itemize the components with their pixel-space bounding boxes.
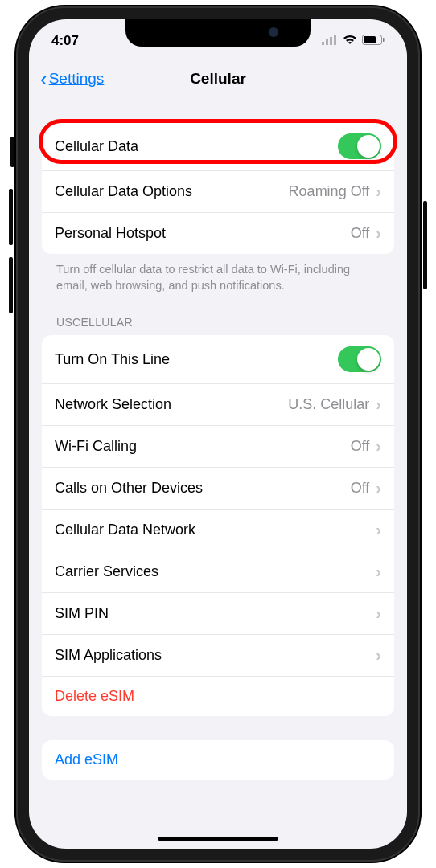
- carrier-services-row[interactable]: Carrier Services ›: [42, 551, 394, 593]
- chevron-right-icon: ›: [376, 437, 381, 456]
- personal-hotspot-label: Personal Hotspot: [55, 225, 351, 242]
- calls-other-devices-value: Off: [351, 480, 370, 497]
- highlighted-section: Cellular Data Cellular Data Options Roam…: [42, 122, 394, 254]
- chevron-right-icon: ›: [376, 395, 381, 414]
- power-button: [423, 201, 427, 289]
- cellular-data-label: Cellular Data: [55, 138, 338, 155]
- calls-other-devices-row[interactable]: Calls on Other Devices Off ›: [42, 468, 394, 510]
- cellular-data-toggle[interactable]: [338, 133, 381, 159]
- network-selection-row[interactable]: Network Selection U.S. Cellular ›: [42, 384, 394, 426]
- back-button[interactable]: ‹ Settings: [40, 68, 104, 89]
- cellular-data-network-label: Cellular Data Network: [55, 522, 376, 538]
- content: Cellular Data Cellular Data Options Roam…: [29, 103, 407, 780]
- phone-frame: 4:07 ‹ Settings Cellular: [16, 6, 420, 862]
- carrier-group: Turn On This Line Network Selection U.S.…: [42, 335, 394, 716]
- chevron-right-icon: ›: [376, 604, 381, 623]
- notch: [125, 19, 311, 47]
- wifi-calling-value: Off: [351, 438, 370, 455]
- carrier-services-label: Carrier Services: [55, 563, 376, 580]
- volume-down-button: [9, 257, 13, 313]
- battery-icon: [362, 33, 385, 49]
- network-selection-value: U.S. Cellular: [288, 396, 369, 413]
- delete-esim-row[interactable]: Delete eSIM: [42, 677, 394, 716]
- add-esim-group: Add eSIM: [42, 740, 394, 780]
- carrier-section-header: USCELLULAR: [42, 293, 394, 335]
- svg-rect-3: [334, 35, 336, 45]
- screen: 4:07 ‹ Settings Cellular: [29, 19, 407, 849]
- page-title: Cellular: [190, 70, 246, 88]
- add-esim-row[interactable]: Add eSIM: [42, 740, 394, 780]
- chevron-right-icon: ›: [376, 563, 381, 581]
- status-right: [322, 33, 385, 49]
- cellular-signal-icon: [322, 33, 338, 49]
- mute-switch: [10, 137, 14, 167]
- cellular-data-network-row[interactable]: Cellular Data Network ›: [42, 510, 394, 551]
- chevron-right-icon: ›: [376, 224, 381, 243]
- turn-on-line-label: Turn On This Line: [55, 351, 338, 368]
- cellular-data-row[interactable]: Cellular Data: [42, 122, 394, 171]
- turn-on-line-row[interactable]: Turn On This Line: [42, 335, 394, 384]
- personal-hotspot-row[interactable]: Personal Hotspot Off ›: [42, 213, 394, 254]
- calls-other-devices-label: Calls on Other Devices: [55, 480, 351, 497]
- svg-rect-2: [330, 37, 332, 45]
- turn-on-line-toggle[interactable]: [338, 346, 381, 372]
- cellular-footer-text: Turn off cellular data to restrict all d…: [42, 254, 394, 293]
- cellular-data-options-value: Roaming Off: [289, 183, 370, 200]
- cellular-group: Cellular Data Cellular Data Options Roam…: [42, 122, 394, 254]
- svg-rect-1: [326, 39, 328, 45]
- delete-esim-label: Delete eSIM: [55, 688, 381, 705]
- network-selection-label: Network Selection: [55, 396, 288, 413]
- wifi-icon: [343, 33, 357, 49]
- svg-rect-5: [364, 36, 376, 43]
- personal-hotspot-value: Off: [351, 225, 370, 242]
- nav-bar: ‹ Settings Cellular: [29, 55, 407, 103]
- cellular-data-options-row[interactable]: Cellular Data Options Roaming Off ›: [42, 171, 394, 213]
- add-esim-label: Add eSIM: [55, 751, 381, 768]
- chevron-left-icon: ‹: [40, 68, 47, 89]
- back-label: Settings: [49, 70, 105, 88]
- svg-rect-6: [383, 38, 385, 42]
- sim-pin-row[interactable]: SIM PIN ›: [42, 593, 394, 635]
- volume-up-button: [9, 189, 13, 245]
- wifi-calling-row[interactable]: Wi-Fi Calling Off ›: [42, 426, 394, 468]
- chevron-right-icon: ›: [376, 182, 381, 201]
- sim-applications-row[interactable]: SIM Applications ›: [42, 635, 394, 677]
- sim-applications-label: SIM Applications: [55, 647, 376, 664]
- svg-rect-0: [322, 42, 324, 45]
- status-time: 4:07: [51, 33, 79, 49]
- sim-pin-label: SIM PIN: [55, 605, 376, 622]
- chevron-right-icon: ›: [376, 646, 381, 665]
- chevron-right-icon: ›: [376, 521, 381, 539]
- chevron-right-icon: ›: [376, 479, 381, 497]
- cellular-data-options-label: Cellular Data Options: [55, 183, 289, 200]
- home-indicator[interactable]: [158, 837, 278, 841]
- wifi-calling-label: Wi-Fi Calling: [55, 438, 351, 455]
